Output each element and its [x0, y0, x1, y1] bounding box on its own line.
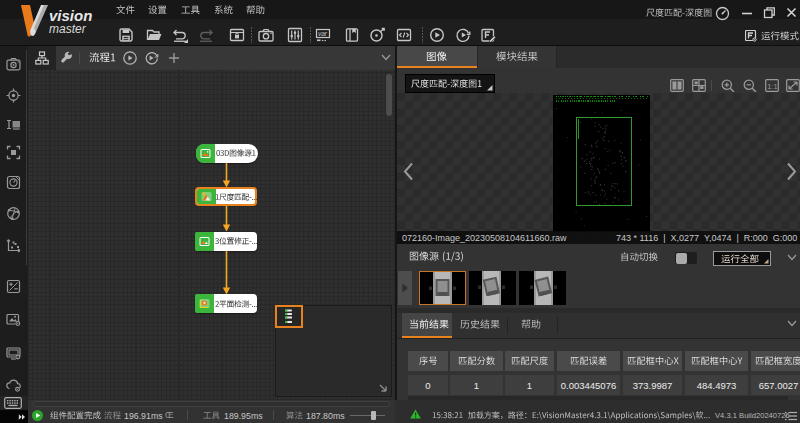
svg-text:var: var: [318, 30, 328, 37]
svg-text:master: master: [49, 22, 87, 36]
svg-text:1:1: 1:1: [767, 82, 777, 91]
